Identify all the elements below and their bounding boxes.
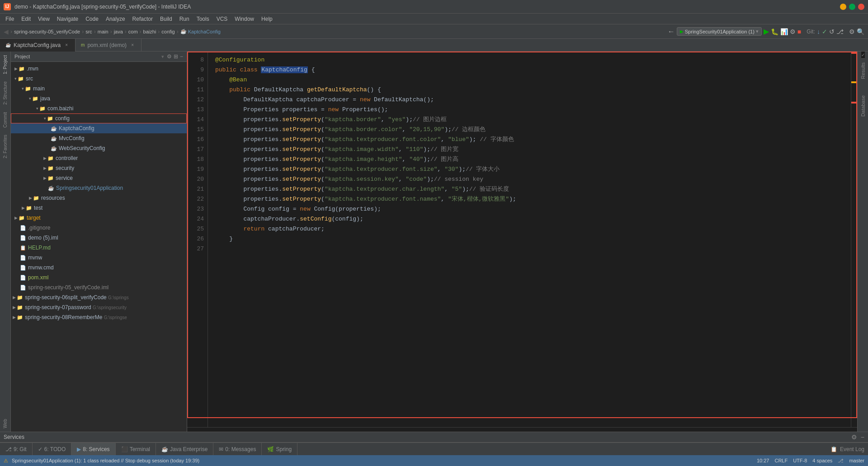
menu-edit[interactable]: Edit: [18, 15, 34, 23]
git-history-icon[interactable]: ↺: [829, 28, 835, 35]
git-branches-icon[interactable]: ⎇: [836, 28, 844, 35]
minimize-button[interactable]: [840, 4, 846, 10]
right-panel-results[interactable]: Results: [859, 59, 868, 83]
git-push-icon[interactable]: ✓: [822, 28, 827, 35]
tree-item-security[interactable]: ▶ 📁 security: [11, 163, 187, 173]
window-title: demo - KaptchaConfig.java [spring-securi…: [14, 4, 840, 10]
status-branch[interactable]: master: [849, 458, 864, 463]
left-tab-project[interactable]: 1: Project: [1, 52, 9, 78]
debug-button[interactable]: 🐛: [771, 28, 778, 35]
tree-item-resources[interactable]: ▶ 📁 resources: [11, 193, 187, 203]
profile-button[interactable]: 📊: [780, 28, 788, 35]
bottom-tab-spring[interactable]: 🌿 Spring: [262, 443, 297, 456]
status-bar: ⚠ Springsecurity01Application (1): 1 cla…: [0, 455, 868, 466]
breadcrumb-src[interactable]: src: [85, 29, 92, 34]
coverage-button[interactable]: ⚙: [790, 28, 796, 35]
right-panel-close[interactable]: ✓: [861, 52, 865, 57]
bottom-tab-todo[interactable]: ✓ 6: TODO: [33, 443, 72, 456]
tree-item-kaptchaconfig[interactable]: ☕ KaptchaConfig: [11, 123, 187, 133]
tree-item-demoixml[interactable]: 📄 demo (5).iml: [11, 233, 187, 243]
tree-item-controller[interactable]: ▶ 📁 controller: [11, 153, 187, 163]
tree-item-service[interactable]: ▶ 📁 service: [11, 173, 187, 183]
close-button[interactable]: [858, 4, 864, 10]
tree-item-test[interactable]: ▶ 📁 test: [11, 203, 187, 213]
services-settings-icon[interactable]: ⚙: [851, 433, 857, 441]
menu-run[interactable]: Run: [176, 15, 193, 23]
tab-close-kaptchaconfig[interactable]: ×: [63, 42, 70, 48]
breadcrumb-java[interactable]: java: [114, 29, 123, 34]
menu-vcs[interactable]: VCS: [213, 15, 231, 23]
menu-tools[interactable]: Tools: [193, 15, 213, 23]
panel-settings-icon[interactable]: ⚙: [167, 53, 172, 60]
event-log-label[interactable]: Event Log: [840, 446, 864, 452]
back-navigate-icon[interactable]: ←: [668, 28, 675, 36]
tree-item-ext-06[interactable]: ▶ 📁 spring-security-06split_verifyCode G…: [11, 292, 187, 302]
horizontal-scrollbar[interactable]: [187, 427, 857, 432]
tree-item-mvn[interactable]: ▶ 📁 .mvn: [11, 64, 187, 74]
status-line-separator[interactable]: CRLF: [774, 458, 788, 463]
breadcrumb-class[interactable]: ☕ KaptchaConfig: [180, 28, 221, 34]
tree-item-ext-07[interactable]: ▶ 📁 spring-security-07password G:\spring…: [11, 302, 187, 312]
tab-kaptchaconfig[interactable]: ☕ KaptchaConfig.java ×: [0, 39, 75, 52]
services-tab-label: 8: Services: [83, 446, 109, 452]
run-config-selector[interactable]: ▶ SpringSecurity01Application (1) ▾: [677, 27, 762, 36]
menu-code[interactable]: Code: [82, 15, 102, 23]
menu-navigate[interactable]: Navigate: [53, 15, 82, 23]
services-minimize-icon[interactable]: −: [861, 433, 864, 441]
status-encoding[interactable]: UTF-8: [793, 458, 807, 463]
bottom-tab-terminal[interactable]: ⬛ Terminal: [116, 443, 156, 456]
settings-icon[interactable]: ⚙: [849, 28, 855, 35]
bottom-tab-services[interactable]: ▶ 8: Services: [71, 443, 115, 456]
breadcrumb-config[interactable]: config: [161, 29, 175, 34]
tree-item-ssiml[interactable]: 📄 spring-security-05_verifyCode.iml: [11, 282, 187, 292]
left-tab-commit[interactable]: Commit: [1, 108, 9, 131]
tree-item-mvcconfig[interactable]: ☕ MvcConfig: [11, 133, 187, 143]
event-log-icon[interactable]: 📋: [830, 446, 837, 452]
status-line-col[interactable]: 10:27: [757, 458, 769, 463]
tree-item-helpmd[interactable]: 📋 HELP.md: [11, 243, 187, 253]
panel-minimize-icon[interactable]: −: [180, 53, 183, 60]
menu-analyze[interactable]: Analyze: [102, 15, 129, 23]
bottom-tab-messages[interactable]: ✉ 0: Messages: [213, 443, 262, 456]
search-everywhere-icon[interactable]: 🔍: [857, 28, 864, 35]
bottom-tab-java-enterprise[interactable]: ☕ Java Enterprise: [156, 443, 213, 456]
tab-close-pomxml[interactable]: ×: [129, 42, 136, 48]
tree-item-src[interactable]: ▾ 📁 src: [11, 74, 187, 84]
stop-button[interactable]: ■: [797, 28, 801, 35]
tree-item-main[interactable]: ▾ 📁 main: [11, 84, 187, 94]
left-tab-web[interactable]: Web: [1, 415, 9, 432]
breadcrumb-baizhi[interactable]: baizhi: [143, 29, 156, 34]
breadcrumb-main[interactable]: main: [98, 29, 108, 34]
run-button[interactable]: ▶: [764, 27, 769, 36]
menu-view[interactable]: View: [34, 15, 53, 23]
tab-pomxml[interactable]: m pom.xml (demo) ×: [75, 39, 142, 52]
breadcrumb-project[interactable]: spring-security-05_verifyCode: [14, 29, 80, 34]
code-content[interactable]: @Configuration public class KaptchaConfi…: [208, 52, 851, 427]
tree-item-pomxml[interactable]: 📄 pom.xml: [11, 273, 187, 282]
right-panel-database[interactable]: Database: [859, 92, 868, 120]
tree-item-java[interactable]: ▾ 📁 java: [11, 94, 187, 104]
tree-item-mvnw[interactable]: 📄 mvnw: [11, 253, 187, 263]
menu-refactor[interactable]: Refactor: [129, 15, 156, 23]
left-tab-structure[interactable]: 2: Structure: [1, 78, 9, 108]
tree-item-com-baizhi[interactable]: ▾ 📁 com.baizhi: [11, 104, 187, 113]
tree-item-target[interactable]: ▶ 📁 target: [11, 213, 187, 223]
maximize-button[interactable]: [849, 4, 855, 10]
back-icon[interactable]: ◀: [4, 28, 9, 35]
tree-item-mvnwcmd[interactable]: 📄 mvnw.cmd: [11, 263, 187, 273]
panel-layout-icon[interactable]: ⊞: [174, 53, 178, 60]
bottom-tab-git[interactable]: ⎇ 9: Git: [0, 443, 33, 456]
tree-item-ext-08[interactable]: ▶ 📁 spring-security-08RememberMe G:\spri…: [11, 312, 187, 322]
git-update-icon[interactable]: ↓: [817, 28, 820, 35]
left-tab-favorites[interactable]: 2: Favorites: [1, 131, 9, 162]
status-indent[interactable]: 4 spaces: [812, 458, 832, 463]
menu-window[interactable]: Window: [231, 15, 258, 23]
menu-help[interactable]: Help: [258, 15, 276, 23]
menu-file[interactable]: File: [2, 15, 18, 23]
breadcrumb-com[interactable]: com: [128, 29, 138, 34]
tree-item-config[interactable]: ▾ 📁 config: [11, 113, 187, 123]
menu-build[interactable]: Build: [156, 15, 176, 23]
tree-item-springapp[interactable]: ☕ Springsecurity01Application: [11, 183, 187, 193]
tree-item-gitignore[interactable]: 📄 .gitignore: [11, 223, 187, 233]
tree-item-websecurityconfig[interactable]: ☕ WebSecurityConfig: [11, 143, 187, 153]
